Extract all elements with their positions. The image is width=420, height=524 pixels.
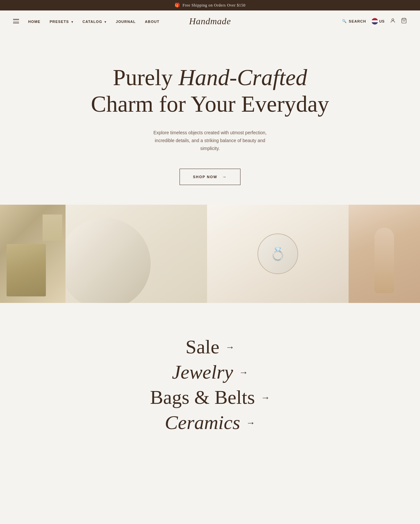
rings-photo <box>207 205 349 303</box>
hamburger-menu[interactable] <box>13 19 19 23</box>
chevron-down-icon: ▾ <box>105 20 106 24</box>
category-sale[interactable]: Sale → <box>13 336 407 358</box>
bag-photo <box>0 205 66 303</box>
arrow-right-icon: → <box>261 392 270 403</box>
cart-icon[interactable] <box>401 18 407 25</box>
nav-left: HOME PRESETS ▾ CATALOG ▾ JOURNAL ABOUT <box>13 18 160 24</box>
category-jewelry[interactable]: Jewelry → <box>13 361 407 384</box>
announcement-text: Free Shipping on Orders Over $150 <box>182 3 245 8</box>
gallery-strip <box>0 205 420 303</box>
nav-item-home[interactable]: HOME <box>28 18 40 24</box>
arrow-right-icon: → <box>239 367 248 378</box>
nav-right: 🔍 SEARCH US <box>342 18 407 25</box>
gallery-item-plate <box>66 205 207 303</box>
gallery-item-hands <box>349 205 420 303</box>
search-button[interactable]: 🔍 SEARCH <box>342 19 366 23</box>
shop-now-button[interactable]: SHOP NOW → <box>180 169 240 185</box>
announcement-bar: 🎁 Free Shipping on Orders Over $150 <box>0 0 420 10</box>
account-icon[interactable] <box>390 18 396 25</box>
categories-section: Sale → Jewelry → Bags & Belts → Ceramics… <box>0 303 420 476</box>
gift-icon: 🎁 <box>175 3 180 8</box>
arrow-right-icon: → <box>246 418 255 428</box>
hero-subtitle: Explore timeless objects created with ut… <box>151 129 269 152</box>
hero-title: Purely Hand-Crafted Charm for Your Every… <box>13 65 407 117</box>
gallery-item-rings <box>207 205 349 303</box>
category-ceramics[interactable]: Ceramics → <box>13 411 407 434</box>
nav-item-presets[interactable]: PRESETS ▾ <box>49 18 73 24</box>
nav-links: HOME PRESETS ▾ CATALOG ▾ JOURNAL ABOUT <box>28 18 160 24</box>
hands-photo <box>349 205 420 303</box>
chevron-down-icon: ▾ <box>71 20 73 24</box>
gallery-item-bag <box>0 205 66 303</box>
hero-section: Purely Hand-Crafted Charm for Your Every… <box>0 32 420 205</box>
site-logo[interactable]: Handmade <box>189 16 231 27</box>
category-bags-belts[interactable]: Bags & Belts → <box>13 386 407 409</box>
nav-item-catalog[interactable]: CATALOG ▾ <box>83 18 107 24</box>
search-icon: 🔍 <box>342 19 347 23</box>
header: HOME PRESETS ▾ CATALOG ▾ JOURNAL ABOUT <box>0 10 420 32</box>
nav-item-about[interactable]: ABOUT <box>145 18 160 24</box>
plate-photo <box>66 205 207 303</box>
nav-item-journal[interactable]: JOURNAL <box>116 18 136 24</box>
locale-selector[interactable]: US <box>372 18 385 25</box>
arrow-right-icon: → <box>225 342 235 352</box>
arrow-right-icon: → <box>222 174 227 179</box>
svg-point-0 <box>392 19 394 21</box>
flag-icon <box>372 18 378 25</box>
